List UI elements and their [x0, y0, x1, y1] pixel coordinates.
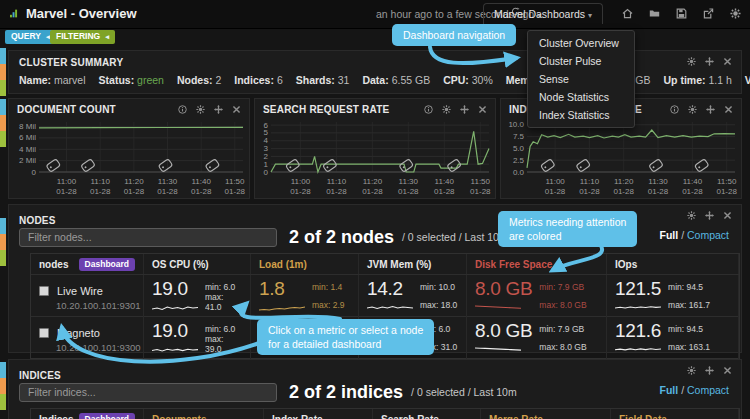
row-collapse-tab[interactable] — [0, 48, 6, 64]
svg-text:11:50: 11:50 — [471, 177, 491, 186]
node-name[interactable]: Live Wire — [57, 285, 103, 297]
column-header-load-1m[interactable]: Load (1m) — [251, 254, 359, 274]
compact-view-link[interactable]: Compact — [687, 229, 729, 241]
svg-text:1: 1 — [264, 160, 269, 169]
dashboard-badge: Dashboard — [79, 258, 135, 271]
column-header-indices[interactable]: IndicesDashboard — [31, 409, 144, 419]
filtering-button[interactable]: FILTERING ◂ — [50, 30, 115, 44]
svg-text:2 Mil: 2 Mil — [19, 156, 36, 165]
column-header-nodes[interactable]: nodesDashboard — [31, 254, 144, 274]
close-icon[interactable] — [723, 366, 732, 375]
move-icon[interactable] — [460, 105, 469, 114]
node-name[interactable]: Magneto — [57, 327, 100, 339]
metric-sparkline — [367, 302, 413, 314]
svg-text:01-28: 01-28 — [579, 187, 600, 196]
row-collapse-tab[interactable] — [0, 250, 6, 266]
node-checkbox[interactable] — [39, 328, 49, 338]
svg-text:2.5: 2.5 — [513, 156, 525, 165]
svg-text:0: 0 — [32, 168, 37, 177]
full-view-link[interactable]: Full — [660, 384, 679, 396]
column-header-search-rate[interactable]: Search Rate — [373, 409, 481, 419]
row-collapse-tab[interactable] — [0, 234, 6, 250]
gear-icon[interactable] — [687, 211, 696, 220]
row-collapse-tab[interactable] — [0, 80, 6, 96]
gear-icon[interactable] — [687, 366, 696, 375]
gear-icon[interactable] — [196, 105, 205, 114]
row-collapse-tab[interactable] — [0, 362, 6, 378]
metric-cell[interactable]: 14.2min: 10.0max: 18.0 — [359, 275, 467, 317]
row-collapse-tab[interactable] — [0, 64, 6, 80]
metric-cell[interactable]: 121.6min: 94.5max: 163.1 — [607, 317, 739, 359]
row-collapse-tab[interactable] — [0, 378, 6, 394]
page-title: Marvel - Overview — [26, 6, 137, 21]
move-icon[interactable] — [705, 57, 714, 66]
column-header-documents[interactable]: Documents — [144, 409, 264, 419]
info-icon[interactable] — [670, 105, 679, 114]
column-header-jvm-mem[interactable]: JVM Mem (%) — [359, 254, 467, 274]
move-icon[interactable] — [706, 105, 715, 114]
gear-icon[interactable] — [688, 105, 697, 114]
dashboards-dropdown-button[interactable]: Marvel Dashboards▾ — [483, 3, 603, 24]
menu-item-cluster-overview[interactable]: Cluster Overview — [528, 34, 634, 52]
move-icon[interactable] — [214, 105, 223, 114]
compact-view-link[interactable]: Compact — [687, 384, 729, 396]
gear-icon[interactable] — [442, 105, 451, 114]
full-view-link[interactable]: Full — [660, 229, 679, 241]
menu-item-cluster-pulse[interactable]: Cluster Pulse — [528, 52, 634, 70]
row-collapse-tab[interactable] — [0, 115, 6, 131]
svg-text:01-28: 01-28 — [470, 187, 491, 196]
svg-text:4: 4 — [264, 136, 269, 145]
close-icon[interactable] — [232, 105, 241, 114]
tooltip-metrics-attention: Metrics needing attentionare colored — [498, 211, 637, 247]
share-icon[interactable] — [703, 8, 714, 19]
close-icon[interactable] — [723, 57, 732, 66]
svg-text:7.5: 7.5 — [513, 132, 525, 141]
row-collapse-tab[interactable] — [0, 99, 6, 115]
row-collapse-tab[interactable] — [0, 131, 6, 147]
column-header-field-data[interactable]: Field Data — [611, 409, 739, 419]
row-collapse-tab[interactable] — [0, 394, 6, 410]
row-collapse-tab[interactable] — [0, 218, 6, 234]
metric-cell[interactable]: 1.8min: 1.4max: 2.9 — [251, 275, 359, 317]
node-checkbox[interactable] — [39, 286, 49, 296]
node-name-cell[interactable]: Live Wire10.20.100.101:9301 — [31, 275, 144, 317]
metric-cell[interactable]: 121.5min: 94.5max: 161.7 — [607, 275, 739, 317]
cluster-field-indices: Indices: 6 — [234, 74, 282, 86]
open-folder-icon[interactable] — [649, 8, 660, 19]
gear-icon[interactable] — [730, 8, 741, 19]
metric-cell[interactable]: 19.0min: 6.0max: 41.0 — [144, 275, 251, 317]
menu-item-sense[interactable]: Sense — [528, 70, 634, 88]
info-icon[interactable] — [178, 105, 187, 114]
svg-text:01-28: 01-28 — [545, 187, 566, 196]
metric-cell[interactable]: 19.0min: 6.0max: 39.0 — [144, 317, 251, 359]
close-icon[interactable] — [478, 105, 487, 114]
svg-text:11:10: 11:10 — [90, 177, 110, 186]
svg-text:01-28: 01-28 — [124, 187, 145, 196]
column-header-disk-free-space[interactable]: Disk Free Space — [467, 254, 607, 274]
home-icon[interactable] — [622, 8, 633, 19]
move-icon[interactable] — [705, 366, 714, 375]
metric-cell[interactable]: 8.0 GBmin: 7.9 GBmax: 8.0 GB — [467, 275, 607, 317]
cluster-field-name: Name: marvel — [19, 74, 86, 86]
column-header-iops[interactable]: IOps — [607, 254, 739, 274]
menu-item-index-statistics[interactable]: Index Statistics — [528, 106, 634, 124]
column-header-index-rate[interactable]: Index Rate — [264, 409, 373, 419]
chart-title: DOCUMENT COUNT — [17, 104, 116, 115]
metric-cell[interactable]: 8.0 GBmin: 7.9 GBmax: 8.0 GB — [467, 317, 607, 359]
node-address: 10.20.100.101:9301 — [56, 300, 135, 311]
svg-text:6: 6 — [264, 121, 269, 130]
column-header-os-cpu[interactable]: OS CPU (%) — [144, 254, 251, 274]
info-icon[interactable] — [424, 105, 433, 114]
query-button[interactable]: QUERY ◂ — [5, 30, 56, 44]
menu-item-node-statistics[interactable]: Node Statistics — [528, 88, 634, 106]
svg-text:01-28: 01-28 — [225, 187, 246, 196]
gear-icon[interactable] — [687, 57, 696, 66]
column-header-merge-rate[interactable]: Merge Rate — [481, 409, 611, 419]
close-icon[interactable] — [723, 211, 732, 220]
close-icon[interactable] — [724, 105, 733, 114]
filter-indices-input[interactable] — [19, 383, 277, 402]
node-name-cell[interactable]: Magneto10.20.100.101:9300 — [31, 317, 144, 359]
move-icon[interactable] — [705, 211, 714, 220]
save-icon[interactable] — [676, 8, 687, 19]
filter-nodes-input[interactable] — [19, 228, 277, 247]
